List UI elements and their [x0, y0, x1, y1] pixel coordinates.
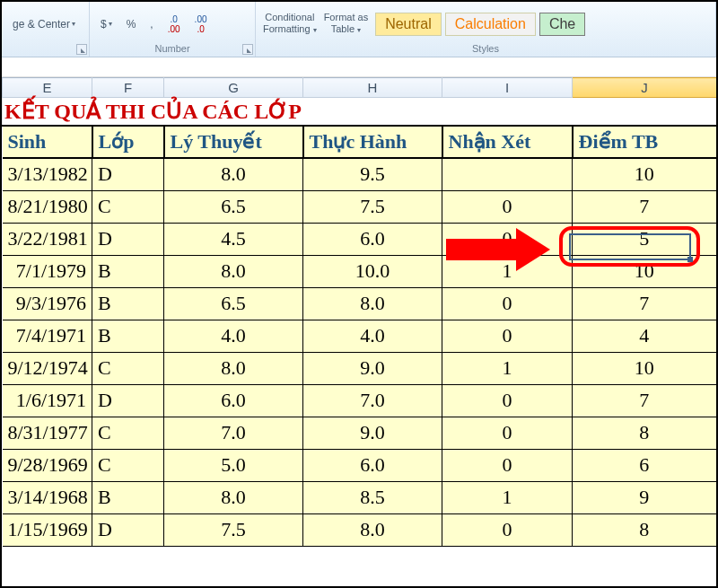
cell[interactable]: D — [92, 384, 164, 417]
increase-decimal-button[interactable]: .0 .00 — [164, 13, 184, 35]
cell[interactable]: C — [92, 190, 164, 223]
cell[interactable]: 8.0 — [164, 352, 303, 384]
cell[interactable]: 7.5 — [303, 190, 442, 223]
cell[interactable]: 4.5 — [164, 223, 303, 255]
cell[interactable]: 0 — [442, 513, 573, 546]
spreadsheet-grid[interactable]: E F G H I J KẾT QUẢ THI CỦA CÁC LỚPSinhL… — [2, 77, 718, 547]
cell[interactable]: 6.5 — [164, 190, 303, 223]
cell[interactable]: 0 — [442, 287, 573, 320]
percent-button[interactable]: % — [123, 16, 140, 32]
table-header-cell[interactable]: Lý Thuyết — [164, 126, 303, 158]
table-header-cell[interactable]: Điểm TB — [573, 126, 717, 158]
cell[interactable]: 1/15/1969 — [3, 513, 92, 546]
cell[interactable]: 10 — [573, 158, 717, 190]
table-header-cell[interactable]: Thực Hành — [303, 126, 442, 158]
cell[interactable]: B — [92, 287, 164, 320]
cell[interactable]: 8.0 — [303, 287, 442, 320]
cell[interactable]: B — [92, 320, 164, 352]
cell[interactable]: 7 — [573, 190, 717, 223]
cell[interactable]: 8.0 — [164, 158, 303, 190]
currency-button[interactable]: $ ▾ — [97, 16, 116, 32]
cell[interactable]: 5 — [573, 223, 717, 255]
cell[interactable]: D — [92, 513, 164, 546]
cell[interactable]: 9 — [573, 481, 717, 513]
cell[interactable]: D — [92, 223, 164, 255]
format-as-table-button[interactable]: Format as Table ▾ — [324, 12, 369, 36]
cell[interactable]: C — [92, 352, 164, 384]
table-header-cell[interactable]: Lớp — [92, 126, 164, 158]
cell[interactable]: B — [92, 255, 164, 287]
cell[interactable]: 7/4/1971 — [3, 320, 92, 352]
cell[interactable]: 8.0 — [164, 255, 303, 287]
cell[interactable]: 4.0 — [303, 320, 442, 352]
cell[interactable]: 1 — [442, 481, 573, 513]
cell[interactable]: 7 — [573, 384, 717, 417]
cell[interactable]: 7.0 — [164, 417, 303, 449]
cell[interactable]: B — [92, 481, 164, 513]
cell[interactable]: 8 — [573, 417, 717, 449]
cell[interactable]: 8/21/1980 — [3, 190, 92, 223]
cell[interactable]: 8/31/1977 — [3, 417, 92, 449]
cell[interactable]: 0 — [442, 384, 573, 417]
cell[interactable]: 8.0 — [164, 481, 303, 513]
cell[interactable]: 7.0 — [303, 384, 442, 417]
cell[interactable]: 1 — [442, 352, 573, 384]
alignment-dialog-launcher[interactable] — [76, 44, 87, 55]
cell[interactable]: 9.0 — [303, 352, 442, 384]
merge-center-button[interactable]: ge & Center ▾ — [9, 16, 79, 32]
cell[interactable] — [442, 158, 573, 190]
cell[interactable]: 0 — [442, 190, 573, 223]
cell[interactable]: 7 — [573, 287, 717, 320]
col-header-G[interactable]: G — [164, 78, 303, 98]
cell[interactable]: 3/22/1981 — [3, 223, 92, 255]
cell[interactable]: 8.0 — [303, 513, 442, 546]
cell[interactable]: 10 — [573, 352, 717, 384]
cell[interactable]: 6.0 — [303, 223, 442, 255]
table-header-cell[interactable]: Sinh — [3, 126, 92, 158]
cell[interactable]: 9.0 — [303, 417, 442, 449]
cell[interactable]: 7.5 — [164, 513, 303, 546]
col-header-E[interactable]: E — [3, 78, 92, 98]
col-header-F[interactable]: F — [92, 78, 164, 98]
cell[interactable]: C — [92, 417, 164, 449]
style-calculation[interactable]: Calculation — [445, 13, 536, 36]
conditional-formatting-button[interactable]: Conditional Formatting ▾ — [263, 12, 317, 36]
spreadsheet-area[interactable]: E F G H I J KẾT QUẢ THI CỦA CÁC LỚPSinhL… — [2, 57, 716, 547]
style-check-cell[interactable]: Che — [539, 13, 585, 36]
cell[interactable]: 9/3/1976 — [3, 287, 92, 320]
cell[interactable]: 9.5 — [303, 158, 442, 190]
cell[interactable]: 3/14/1968 — [3, 481, 92, 513]
cell[interactable]: 3/13/1982 — [3, 158, 92, 190]
cell[interactable]: 1/6/1971 — [3, 384, 92, 417]
table-header-cell[interactable]: Nhận Xét — [442, 126, 573, 158]
cell[interactable]: 7/1/1979 — [3, 255, 92, 287]
cell[interactable]: 9/28/1969 — [3, 449, 92, 481]
cell[interactable]: 4.0 — [164, 320, 303, 352]
decrease-decimal-button[interactable]: .00 .0 — [191, 13, 211, 35]
cell[interactable]: 10 — [573, 255, 717, 287]
cell[interactable]: 10.0 — [303, 255, 442, 287]
number-dialog-launcher[interactable] — [242, 44, 253, 55]
cell[interactable]: 6.0 — [303, 449, 442, 481]
cell[interactable]: 0 — [442, 417, 573, 449]
cell-styles-gallery[interactable]: Neutral Calculation Che — [375, 13, 585, 36]
col-header-I[interactable]: I — [442, 78, 573, 98]
col-header-J[interactable]: J — [573, 78, 717, 98]
cell[interactable]: 6 — [573, 449, 717, 481]
style-neutral[interactable]: Neutral — [375, 13, 442, 36]
cell[interactable]: 1 — [442, 255, 573, 287]
cell[interactable]: C — [92, 449, 164, 481]
cell[interactable]: 6.5 — [164, 287, 303, 320]
comma-button[interactable]: , — [146, 16, 156, 32]
cell[interactable]: 6.0 — [164, 384, 303, 417]
cell[interactable]: D — [92, 158, 164, 190]
cell[interactable]: 8.5 — [303, 481, 442, 513]
cell[interactable]: 5.0 — [164, 449, 303, 481]
cell[interactable]: 0 — [442, 223, 573, 255]
col-header-H[interactable]: H — [303, 78, 442, 98]
cell[interactable]: 4 — [573, 320, 717, 352]
cell[interactable]: 0 — [442, 449, 573, 481]
cell[interactable]: 8 — [573, 513, 717, 546]
cell[interactable]: 0 — [442, 320, 573, 352]
cell[interactable]: 9/12/1974 — [3, 352, 92, 384]
